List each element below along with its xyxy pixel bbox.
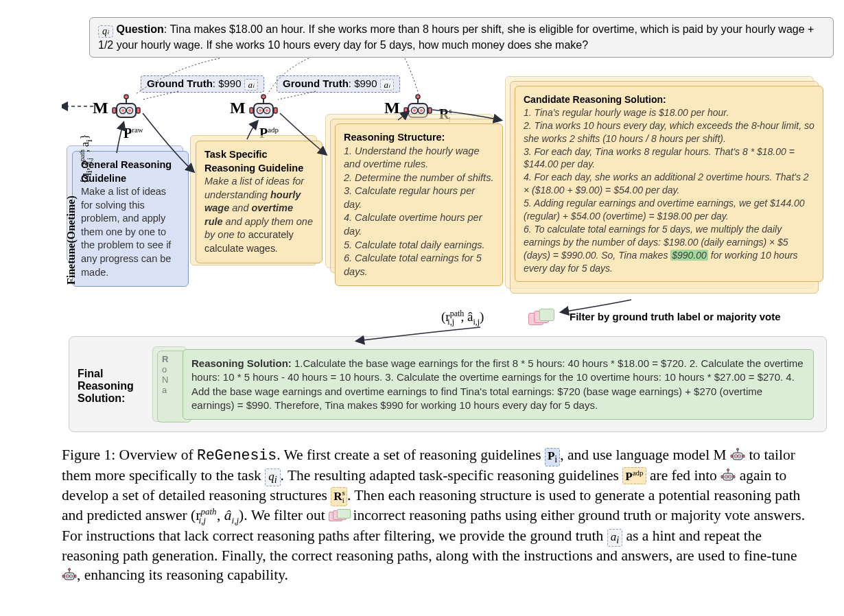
- reasoning-structure-stack: Reasoning Structure: 1. Understand the h…: [335, 123, 503, 286]
- candidate-item-6: 6. To calculate total earnings for 5 day…: [524, 223, 814, 275]
- robot-icon: [248, 94, 279, 121]
- qi-chip: qᵢ: [98, 25, 113, 38]
- candidate-item: 5. Adding regular earnings and overtime …: [524, 197, 814, 223]
- task-guideline-title: Task Specific Reasoning Guideline: [204, 148, 314, 175]
- finetune-label: Finetune(Onetime): [65, 196, 78, 285]
- filter-tuple: (rpathi,j , âi,j): [441, 309, 484, 327]
- cap-s2e: , enhancing its reasoning capability.: [77, 567, 288, 583]
- structure-item: 6. Calculate total earnings for 5 days.: [344, 252, 494, 279]
- cap-s1d: . The resulting adapted task-specific re…: [281, 467, 623, 484]
- question-box: qᵢ Question: Tina makes $18.00 an hour. …: [89, 17, 834, 58]
- general-guideline-body: Make a list of ideas for solving this pr…: [81, 185, 180, 279]
- filter-label: Filter by ground truth label or majority…: [570, 311, 781, 322]
- task-guideline-body: Make a list of ideas for understanding h…: [204, 175, 314, 255]
- candidate-card: Candidate Reasoning Solution: 1. Tina's …: [515, 86, 823, 282]
- structure-item: 3. Calculate regular hours per day.: [344, 185, 494, 211]
- structure-items: 1. Understand the hourly wage and overti…: [344, 145, 494, 279]
- cap-title: ReGenesis: [197, 447, 277, 464]
- structure-item: 4. Calculate overtime hours per day.: [344, 211, 494, 238]
- ai-chip-cap: ai: [607, 529, 622, 547]
- reasoning-structure-card: Reasoning Structure: 1. Understand the h…: [335, 123, 503, 286]
- gt1-label: Ground Truth: [147, 78, 213, 89]
- task-guideline-stack: Task Specific Reasoning Guideline Make a…: [196, 141, 323, 263]
- diagram: qᵢ Question: Tina makes $18.00 an hour. …: [62, 17, 834, 58]
- m-label-1: M: [93, 99, 108, 117]
- candidate-stack: Candidate Reasoning Solution: 1. Tina's …: [515, 86, 823, 282]
- cap-fig: Figure 1: Overview of: [62, 447, 197, 463]
- p-raw-sym: P: [124, 126, 132, 141]
- tg-mid: and: [229, 202, 251, 213]
- final-label-text: Final Reasoning Solution: [78, 368, 134, 404]
- candidate-highlight: $990.00: [670, 250, 708, 261]
- general-guideline-title: General Reasoning Guideline: [81, 158, 180, 185]
- question-text: : Tina makes $18.00 an hour. If she work…: [98, 23, 814, 51]
- figure-caption: Figure 1: Overview of ReGenesis. We firs…: [62, 446, 810, 584]
- ai-chip-1: aᵢ: [244, 79, 258, 91]
- candidate-item: 4. For each day, she works an additional…: [524, 171, 814, 197]
- cap-s1b: , and use language model M: [560, 447, 730, 463]
- ground-truth-1: Ground Truth: $990 aᵢ: [141, 75, 264, 93]
- m-label-2: M: [230, 99, 246, 117]
- structure-item: 2. Determine the number of shifts.: [344, 171, 494, 185]
- p-adp-sup: adp: [268, 126, 279, 134]
- final-title: Reasoning Solution:: [191, 357, 292, 369]
- candidate-item: 1. Tina's regular hourly wage is $18.00 …: [524, 106, 814, 119]
- gt2-value: : $990: [349, 78, 377, 89]
- structure-item: 5. Calculate total daily earnings.: [344, 239, 494, 252]
- ground-truth-2: Ground Truth: $990 aᵢ: [277, 75, 400, 93]
- robot-icon: [720, 469, 736, 482]
- final-label: Final Reasoning Solution:: [78, 368, 146, 405]
- final-card: Reasoning Solution: 1.Calculate the base…: [183, 349, 814, 420]
- gt1-value: : $990: [213, 78, 242, 89]
- filter-chips: [528, 309, 556, 327]
- cap-s1e: are fed into: [646, 467, 721, 484]
- cap-s2b: . We filter out: [244, 507, 329, 523]
- qi-chip-cap: qi: [265, 469, 280, 487]
- filter-chip-cap: [329, 510, 349, 521]
- p-raw-sup: raw: [132, 126, 143, 134]
- robot-icon: [62, 568, 77, 582]
- candidate-body: 1. Tina's regular hourly wage is $18.00 …: [524, 106, 814, 275]
- structure-item: 1. Understand the hourly wage and overti…: [344, 145, 494, 171]
- model-m-1: M: [93, 94, 141, 121]
- cap-s1a: . We first create a set of reasoning gui…: [277, 447, 545, 463]
- padp-chip: Padp: [622, 467, 646, 484]
- pi-chip: Pi: [545, 448, 560, 466]
- robot-icon: [111, 94, 141, 121]
- candidate-item: 2. Tina works 10 hours every day, which …: [524, 119, 814, 145]
- task-guideline-card: Task Specific Reasoning Guideline Make a…: [196, 141, 323, 263]
- model-m-2: M: [230, 94, 279, 121]
- tg-tail: .: [275, 243, 278, 254]
- question-label: Question: [116, 23, 163, 35]
- ri-chip: Rsi: [331, 487, 347, 506]
- p-raw-label: Praw: [124, 126, 143, 141]
- candidate-item: 3. For each day, Tina works 8 regular ho…: [524, 145, 814, 171]
- structure-title: Reasoning Structure: [344, 132, 442, 143]
- robot-icon: [730, 448, 745, 462]
- final-area: Final Reasoning Solution: R o N a Reason…: [69, 336, 827, 432]
- candidate-title: Candidate Reasoning Solution:: [524, 93, 814, 106]
- gt2-label: Ground Truth: [283, 78, 349, 89]
- ai-chip-2: aᵢ: [380, 79, 394, 91]
- finetune-math: {qi, rpathi,j , ai}: [78, 134, 95, 185]
